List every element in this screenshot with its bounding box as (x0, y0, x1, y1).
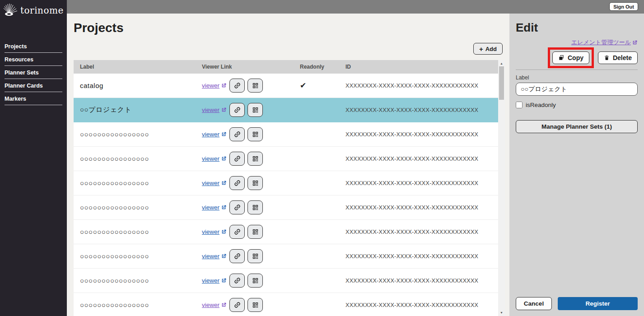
edit-panel-title: Edit (516, 21, 638, 35)
copy-link-button[interactable] (229, 103, 245, 117)
row-id: XXXXXXXX-XXXX-XXXX-XXXX-XXXXXXXXXXXX (345, 156, 498, 162)
sidebar-item-resources[interactable]: Resources (5, 53, 62, 66)
external-link-icon (221, 180, 227, 186)
viewer-link-label: viewer (202, 107, 219, 113)
table-row[interactable]: ○○○○○○○○○○○○○○○○ viewer ✔ XXXXXXX (74, 293, 498, 316)
copy-link-button[interactable] (229, 298, 245, 312)
table-row[interactable]: ○○○○○○○○○○○○○○○○ viewer ✔ XXXXXXX (74, 195, 498, 220)
element-management-link[interactable]: エレメント管理ツール (571, 38, 638, 46)
viewer-link-label: viewer (202, 228, 219, 235)
row-id: XXXXXXXX-XXXX-XXXX-XXXX-XXXXXXXXXXXX (345, 278, 498, 284)
copy-link-button[interactable] (229, 274, 245, 288)
sidebar-item-projects[interactable]: Projects (5, 40, 62, 53)
row-label: ○○○○○○○○○○○○○○○○ (74, 179, 202, 187)
label-field-label: Label (516, 74, 638, 81)
cancel-button[interactable]: Cancel (516, 297, 552, 310)
qr-code-icon (252, 180, 259, 186)
qr-code-button[interactable] (247, 249, 263, 263)
viewer-link[interactable]: viewer (202, 302, 227, 308)
table-row[interactable]: ○○○○○○○○○○○○○○○○ viewer ✔ XXXXXXX (74, 147, 498, 171)
viewer-link-label: viewer (202, 253, 219, 260)
table-row[interactable]: catalog viewer ✔ XXXXXXXX-XXXX-XX (74, 74, 498, 98)
register-button[interactable]: Register (558, 297, 638, 310)
link-icon (233, 130, 241, 138)
top-bar: Sign Out (67, 0, 644, 14)
copy-link-button[interactable] (229, 127, 245, 141)
viewer-link[interactable]: viewer (202, 107, 227, 113)
app-logo[interactable]: torinome (0, 0, 67, 20)
table-row[interactable]: ○○○○○○○○○○○○○○○○ viewer ✔ XXXXXXX (74, 122, 498, 147)
qr-code-button[interactable] (247, 274, 263, 288)
qr-code-button[interactable] (247, 200, 263, 214)
table-row[interactable]: ○○プロジェクト viewer ✔ XXXXXXXX-XXXX-X (74, 98, 498, 122)
viewer-link-label: viewer (202, 302, 219, 308)
viewer-link-label: viewer (202, 155, 219, 162)
viewer-link[interactable]: viewer (202, 155, 227, 162)
viewer-link[interactable]: viewer (202, 277, 227, 284)
row-id: XXXXXXXX-XXXX-XXXX-XXXX-XXXXXXXXXXXX (345, 302, 498, 308)
table-row[interactable]: ○○○○○○○○○○○○○○○○ viewer ✔ XXXXXXX (74, 269, 498, 293)
copy-link-button[interactable] (229, 79, 245, 93)
table-scrollbar[interactable]: ▲ ▼ (498, 60, 505, 316)
sign-out-button[interactable]: Sign Out (609, 2, 638, 11)
copy-link-button[interactable] (229, 225, 245, 239)
viewer-link[interactable]: viewer (202, 131, 227, 138)
qr-code-button[interactable] (247, 225, 263, 239)
qr-code-button[interactable] (247, 127, 263, 141)
table-row[interactable]: ○○○○○○○○○○○○○○○○ viewer ✔ XXXXXXX (74, 220, 498, 244)
scrollbar-down-arrow[interactable]: ▼ (498, 310, 505, 316)
delete-button[interactable]: Delete (598, 51, 638, 64)
row-label: ○○○○○○○○○○○○○○○○ (74, 252, 202, 260)
copy-icon (558, 55, 565, 61)
row-id: XXXXXXXX-XXXX-XXXX-XXXX-XXXXXXXXXXXX (345, 131, 498, 138)
copy-link-button[interactable] (229, 176, 245, 190)
row-id: XXXXXXXX-XXXX-XXXX-XXXX-XXXXXXXXXXXX (345, 180, 498, 186)
sidebar-item-markers[interactable]: Markers (5, 92, 62, 105)
copy-link-button[interactable] (229, 200, 245, 214)
link-icon (233, 301, 241, 309)
qr-code-button[interactable] (247, 79, 263, 93)
table-header: Label Viewer Link Readonly ID (74, 60, 498, 74)
row-label: ○○○○○○○○○○○○○○○○ (74, 301, 202, 309)
viewer-link[interactable]: viewer (202, 228, 227, 235)
copy-button[interactable]: Copy (552, 51, 589, 64)
qr-code-button[interactable] (247, 152, 263, 166)
table-body: catalog viewer ✔ XXXXXXXX-XXXX-XX (74, 74, 498, 316)
viewer-link[interactable]: viewer (202, 204, 227, 211)
link-icon (233, 82, 241, 89)
isreadonly-checkbox[interactable] (516, 102, 523, 108)
viewer-link[interactable]: viewer (202, 253, 227, 260)
manage-planner-sets-button[interactable]: Manage Planner Sets (1) (516, 120, 638, 133)
row-label: ○○○○○○○○○○○○○○○○ (74, 155, 202, 163)
panel-divider (516, 70, 638, 70)
add-button-label: Add (485, 46, 497, 52)
add-button[interactable]: + Add (473, 43, 503, 55)
external-link-icon (632, 40, 638, 46)
viewer-link-label: viewer (202, 180, 219, 186)
column-header-viewer: Viewer Link (202, 64, 297, 70)
readonly-check-icon: ✔ (300, 81, 306, 90)
label-input[interactable] (516, 83, 638, 96)
qr-code-icon (252, 228, 259, 235)
sidebar-item-planner-sets[interactable]: Planner Sets (5, 66, 62, 79)
qr-code-icon (252, 131, 259, 138)
isreadonly-row[interactable]: isReadonly (516, 102, 638, 108)
copy-button-label: Copy (568, 54, 583, 61)
qr-code-button[interactable] (247, 176, 263, 190)
table-row[interactable]: ○○○○○○○○○○○○○○○○ viewer ✔ XXXXXXX (74, 244, 498, 269)
external-link-icon (221, 156, 227, 162)
scrollbar-up-arrow[interactable]: ▲ (498, 60, 505, 66)
sidebar: torinome Projects Resources Planner Sets… (0, 0, 67, 316)
row-label: ○○○○○○○○○○○○○○○○ (74, 277, 202, 284)
copy-link-button[interactable] (229, 152, 245, 166)
table-row[interactable]: ○○○○○○○○○○○○○○○○ viewer ✔ XXXXXXX (74, 171, 498, 195)
qr-code-button[interactable] (247, 103, 263, 117)
qr-code-button[interactable] (247, 298, 263, 312)
external-link-icon (221, 204, 227, 210)
viewer-link[interactable]: viewer (202, 82, 227, 89)
scrollbar-thumb[interactable] (499, 66, 504, 100)
qr-code-icon (252, 277, 259, 284)
copy-link-button[interactable] (229, 249, 245, 263)
viewer-link[interactable]: viewer (202, 180, 227, 186)
sidebar-item-planner-cards[interactable]: Planner Cards (5, 79, 62, 92)
